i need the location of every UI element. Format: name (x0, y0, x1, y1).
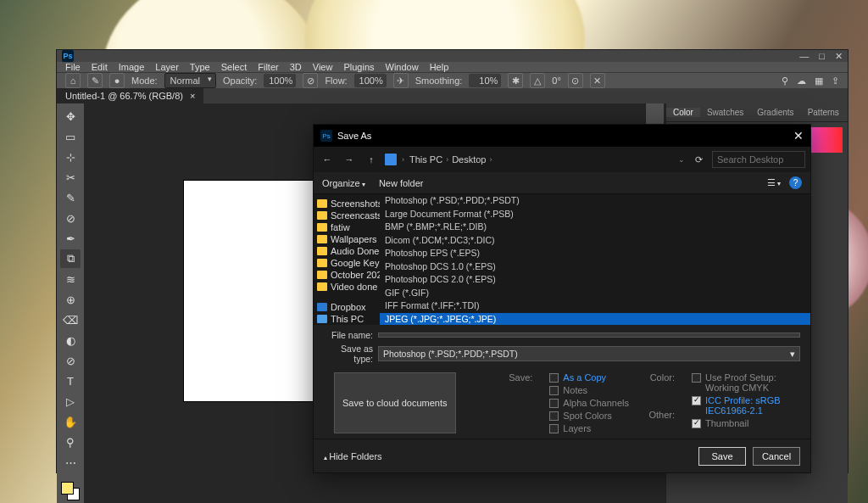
format-option[interactable]: Large Document Format (*.PSB) (380, 208, 810, 221)
menu-view[interactable]: View (313, 62, 333, 72)
up-icon[interactable]: ↑ (363, 154, 380, 165)
tab-close-icon[interactable]: × (190, 91, 195, 101)
cloud-docs-icon[interactable]: ☁ (797, 75, 806, 87)
tool-6[interactable]: ✒ (60, 229, 81, 248)
crumb-desktop[interactable]: Desktop (452, 154, 486, 165)
back-icon[interactable]: ← (319, 154, 336, 165)
tool-10[interactable]: ⌫ (60, 310, 81, 329)
tool-2[interactable]: ⊹ (60, 148, 81, 166)
menu-help[interactable]: Help (430, 62, 449, 72)
tree-item[interactable]: Google Keybo (314, 257, 380, 269)
format-option[interactable]: IFF Format (*.IFF;*.TDI) (380, 299, 810, 313)
tool-5[interactable]: ⊘ (60, 209, 81, 227)
close-icon[interactable]: ✕ (835, 51, 843, 62)
tool-13[interactable]: T (60, 372, 81, 390)
menu-type[interactable]: Type (190, 62, 210, 72)
filename-input[interactable] (378, 333, 800, 338)
format-option[interactable]: Dicom (*.DCM;*.DC3;*.DIC) (380, 234, 810, 248)
format-option[interactable]: Photoshop (*.PSD;*.PDD;*.PSDT) (380, 194, 810, 208)
icc-profile-checkbox[interactable]: ICC Profile: sRGB IEC61966-2.1 (692, 395, 790, 416)
view-options-icon[interactable]: ☰ (767, 177, 781, 188)
crumb-this-pc[interactable]: This PC (409, 154, 442, 165)
tree-item[interactable]: Video done (314, 281, 380, 293)
home-icon[interactable]: ⌂ (65, 73, 81, 88)
cancel-button[interactable]: Cancel (753, 447, 800, 466)
help-icon[interactable]: ? (789, 176, 802, 189)
tool-17[interactable]: ⋯ (60, 453, 81, 472)
thumbnail-checkbox[interactable]: Thumbnail (692, 418, 790, 428)
tool-1[interactable]: ▭ (60, 127, 81, 146)
menu-plugins[interactable]: Plugins (343, 62, 374, 72)
angle-icon[interactable]: △ (530, 73, 545, 88)
panel-tab-swatches[interactable]: Swatches (700, 108, 750, 117)
chevron-right-icon[interactable]: › (446, 155, 448, 164)
refresh-icon[interactable]: ⟳ (690, 154, 707, 165)
tool-15[interactable]: ✋ (60, 412, 81, 431)
airbrush-icon[interactable]: ✈ (393, 73, 409, 88)
tool-4[interactable]: ✎ (60, 188, 81, 207)
tool-11[interactable]: ◐ (60, 331, 81, 349)
panel-tab-patterns[interactable]: Patterns (801, 108, 846, 117)
menu-image[interactable]: Image (119, 62, 145, 72)
pressure-opacity-icon[interactable]: ⊘ (303, 73, 318, 88)
format-option[interactable]: JPEG (*.JPG;*.JPEG;*.JPE) (380, 313, 810, 326)
tool-0[interactable]: ✥ (60, 107, 81, 126)
menu-3d[interactable]: 3D (290, 62, 302, 72)
tree-item[interactable]: Screenshots (314, 198, 380, 210)
tool-14[interactable]: ▷ (60, 392, 81, 411)
tool-12[interactable]: ⊘ (60, 351, 81, 370)
minimize-icon[interactable]: — (799, 51, 809, 62)
tool-16[interactable]: ⚲ (60, 433, 81, 451)
tree-item[interactable]: Dropbox (314, 301, 380, 313)
menu-layer[interactable]: Layer (155, 62, 179, 72)
tool-preset-icon[interactable]: ✎ (87, 73, 103, 88)
smoothing-opts-icon[interactable]: ✱ (508, 73, 523, 88)
color-swatch[interactable] (61, 482, 80, 500)
pressure-size-icon[interactable]: ⊙ (568, 73, 583, 88)
tree-item[interactable]: This PC (314, 313, 380, 325)
dialog-close-icon[interactable]: ✕ (793, 129, 804, 143)
panel-tab-gradients[interactable]: Gradients (750, 108, 800, 117)
tree-item[interactable]: Audio Done (314, 245, 380, 257)
save-option-checkbox[interactable]: Notes (549, 385, 629, 395)
menu-edit[interactable]: Edit (92, 62, 108, 72)
format-option[interactable]: Photoshop DCS 2.0 (*.EPS) (380, 273, 810, 287)
angle-value[interactable]: 0° (552, 75, 561, 86)
brush-preset-icon[interactable]: ● (109, 73, 125, 88)
share-icon[interactable]: ⇪ (832, 75, 839, 87)
tree-item[interactable]: October 2020 (314, 269, 380, 281)
tree-item[interactable]: Wallpapers (314, 233, 380, 245)
organize-menu[interactable]: Organize (322, 178, 365, 188)
menu-select[interactable]: Select (221, 62, 248, 72)
search-input[interactable] (712, 151, 805, 168)
tool-8[interactable]: ≋ (60, 270, 81, 288)
save-option-checkbox[interactable]: Layers (549, 423, 629, 433)
workspace-icon[interactable]: ▦ (815, 75, 823, 87)
chevron-down-icon[interactable]: ⌄ (678, 155, 685, 164)
save-option-checkbox[interactable]: Spot Colors (549, 411, 629, 421)
mode-select[interactable]: Normal (164, 73, 216, 88)
menu-window[interactable]: Window (386, 62, 419, 72)
chevron-right-icon[interactable]: › (402, 155, 404, 164)
proof-setup-checkbox[interactable]: Use Proof Setup: Working CMYK (692, 372, 790, 393)
opacity-input[interactable]: 100% (264, 74, 296, 87)
save-option-checkbox[interactable]: Alpha Channels (549, 398, 629, 408)
tool-9[interactable]: ⊕ (60, 290, 81, 309)
tool-7[interactable]: ⧉ (60, 249, 81, 268)
format-option[interactable]: BMP (*.BMP;*.RLE;*.DIB) (380, 221, 810, 234)
maximize-icon[interactable]: □ (819, 51, 825, 62)
menu-filter[interactable]: Filter (258, 62, 278, 72)
menu-file[interactable]: File (65, 62, 81, 72)
save-button[interactable]: Save (698, 447, 746, 466)
symmetry-icon[interactable]: ✕ (590, 73, 605, 88)
chevron-right-icon[interactable]: › (489, 155, 492, 164)
forward-icon[interactable]: → (341, 154, 358, 165)
tool-3[interactable]: ✂ (60, 168, 81, 187)
smoothing-input[interactable]: 10% (469, 74, 501, 87)
save-option-checkbox[interactable]: As a Copy (549, 372, 629, 383)
format-option[interactable]: Photoshop EPS (*.EPS) (380, 247, 810, 260)
panel-tab-color[interactable]: Color (666, 108, 700, 117)
format-option[interactable]: GIF (*.GIF) (380, 287, 810, 300)
flow-input[interactable]: 100% (354, 74, 387, 87)
new-folder-button[interactable]: New folder (379, 178, 424, 188)
